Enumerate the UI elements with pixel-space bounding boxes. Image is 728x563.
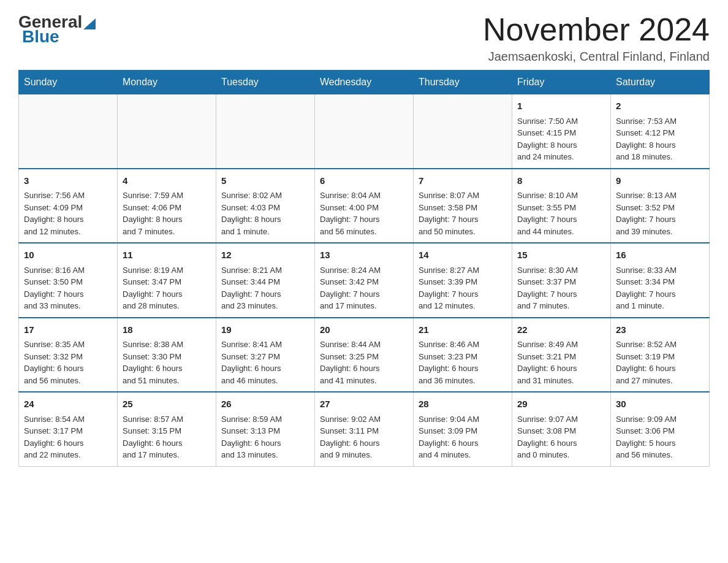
day-number: 26	[221, 397, 309, 412]
calendar-cell: 16Sunrise: 8:33 AM Sunset: 3:34 PM Dayli…	[611, 243, 710, 318]
calendar-cell: 8Sunrise: 8:10 AM Sunset: 3:55 PM Daylig…	[512, 169, 611, 243]
calendar-cell: 21Sunrise: 8:46 AM Sunset: 3:23 PM Dayli…	[414, 318, 512, 393]
day-number: 1	[517, 99, 605, 113]
day-info: Sunrise: 8:24 AM Sunset: 3:42 PM Dayligh…	[320, 264, 408, 312]
day-info: Sunrise: 8:54 AM Sunset: 3:17 PM Dayligh…	[24, 413, 112, 461]
day-number: 4	[123, 174, 211, 188]
calendar-cell: 5Sunrise: 8:02 AM Sunset: 4:03 PM Daylig…	[216, 169, 315, 243]
calendar-cell: 20Sunrise: 8:44 AM Sunset: 3:25 PM Dayli…	[315, 318, 414, 393]
calendar-cell	[118, 94, 216, 169]
day-info: Sunrise: 7:59 AM Sunset: 4:06 PM Dayligh…	[123, 190, 211, 237]
day-number: 17	[24, 323, 112, 337]
calendar-body: 1Sunrise: 7:50 AM Sunset: 4:15 PM Daylig…	[19, 94, 710, 467]
day-info: Sunrise: 8:13 AM Sunset: 3:52 PM Dayligh…	[616, 190, 704, 237]
calendar-header: SundayMondayTuesdayWednesdayThursdayFrid…	[19, 71, 710, 94]
day-of-week-friday: Friday	[512, 71, 611, 94]
day-info: Sunrise: 9:07 AM Sunset: 3:08 PM Dayligh…	[517, 413, 605, 461]
page-header: General Blue November 2024 Jaemsaenkoski…	[18, 12, 710, 64]
day-number: 15	[517, 248, 605, 262]
day-info: Sunrise: 8:21 AM Sunset: 3:44 PM Dayligh…	[221, 264, 309, 312]
calendar-cell: 9Sunrise: 8:13 AM Sunset: 3:52 PM Daylig…	[611, 169, 710, 243]
day-number: 7	[419, 174, 507, 188]
day-number: 23	[616, 323, 704, 337]
day-info: Sunrise: 9:04 AM Sunset: 3:09 PM Dayligh…	[419, 413, 507, 461]
calendar-cell: 1Sunrise: 7:50 AM Sunset: 4:15 PM Daylig…	[512, 94, 611, 169]
calendar-cell: 13Sunrise: 8:24 AM Sunset: 3:42 PM Dayli…	[315, 243, 414, 318]
day-number: 2	[616, 99, 704, 113]
calendar-cell: 6Sunrise: 8:04 AM Sunset: 4:00 PM Daylig…	[315, 169, 414, 243]
calendar-cell: 24Sunrise: 8:54 AM Sunset: 3:17 PM Dayli…	[19, 392, 118, 466]
calendar-cell: 18Sunrise: 8:38 AM Sunset: 3:30 PM Dayli…	[118, 318, 216, 393]
day-info: Sunrise: 7:56 AM Sunset: 4:09 PM Dayligh…	[24, 190, 112, 237]
day-of-week-saturday: Saturday	[611, 71, 710, 94]
day-info: Sunrise: 8:35 AM Sunset: 3:32 PM Dayligh…	[24, 339, 112, 386]
days-of-week-row: SundayMondayTuesdayWednesdayThursdayFrid…	[19, 71, 710, 94]
day-info: Sunrise: 8:46 AM Sunset: 3:23 PM Dayligh…	[419, 339, 507, 386]
calendar-cell: 29Sunrise: 9:07 AM Sunset: 3:08 PM Dayli…	[512, 392, 611, 466]
day-info: Sunrise: 8:44 AM Sunset: 3:25 PM Dayligh…	[320, 339, 408, 386]
calendar-week-4: 17Sunrise: 8:35 AM Sunset: 3:32 PM Dayli…	[19, 318, 710, 393]
day-of-week-tuesday: Tuesday	[216, 71, 315, 94]
calendar-week-3: 10Sunrise: 8:16 AM Sunset: 3:50 PM Dayli…	[19, 243, 710, 318]
calendar-cell: 10Sunrise: 8:16 AM Sunset: 3:50 PM Dayli…	[19, 243, 118, 318]
day-number: 5	[221, 174, 309, 188]
calendar-cell: 7Sunrise: 8:07 AM Sunset: 3:58 PM Daylig…	[414, 169, 512, 243]
day-info: Sunrise: 9:02 AM Sunset: 3:11 PM Dayligh…	[320, 413, 408, 461]
day-info: Sunrise: 8:38 AM Sunset: 3:30 PM Dayligh…	[123, 339, 211, 386]
day-number: 16	[616, 248, 704, 262]
day-info: Sunrise: 8:19 AM Sunset: 3:47 PM Dayligh…	[123, 264, 211, 312]
title-section: November 2024 Jaemsaenkoski, Central Fin…	[483, 12, 710, 64]
day-info: Sunrise: 8:52 AM Sunset: 3:19 PM Dayligh…	[616, 339, 704, 386]
page-title: November 2024	[483, 12, 710, 47]
calendar-cell: 30Sunrise: 9:09 AM Sunset: 3:06 PM Dayli…	[611, 392, 710, 466]
day-of-week-wednesday: Wednesday	[315, 71, 414, 94]
day-number: 20	[320, 323, 408, 337]
day-info: Sunrise: 8:27 AM Sunset: 3:39 PM Dayligh…	[419, 264, 507, 312]
day-number: 14	[419, 248, 507, 262]
calendar-cell: 19Sunrise: 8:41 AM Sunset: 3:27 PM Dayli…	[216, 318, 315, 393]
day-of-week-thursday: Thursday	[414, 71, 512, 94]
day-of-week-sunday: Sunday	[19, 71, 118, 94]
day-info: Sunrise: 7:53 AM Sunset: 4:12 PM Dayligh…	[616, 115, 704, 163]
day-info: Sunrise: 8:57 AM Sunset: 3:15 PM Dayligh…	[123, 413, 211, 461]
day-number: 24	[24, 397, 112, 412]
calendar-cell: 2Sunrise: 7:53 AM Sunset: 4:12 PM Daylig…	[611, 94, 710, 169]
calendar-week-2: 3Sunrise: 7:56 AM Sunset: 4:09 PM Daylig…	[19, 169, 710, 243]
day-info: Sunrise: 8:10 AM Sunset: 3:55 PM Dayligh…	[517, 190, 605, 237]
calendar-cell: 28Sunrise: 9:04 AM Sunset: 3:09 PM Dayli…	[414, 392, 512, 466]
calendar-week-5: 24Sunrise: 8:54 AM Sunset: 3:17 PM Dayli…	[19, 392, 710, 466]
day-number: 13	[320, 248, 408, 262]
calendar-cell: 4Sunrise: 7:59 AM Sunset: 4:06 PM Daylig…	[118, 169, 216, 243]
day-number: 25	[123, 397, 211, 412]
calendar-cell	[315, 94, 414, 169]
day-info: Sunrise: 8:04 AM Sunset: 4:00 PM Dayligh…	[320, 190, 408, 237]
day-info: Sunrise: 8:49 AM Sunset: 3:21 PM Dayligh…	[517, 339, 605, 386]
day-info: Sunrise: 8:41 AM Sunset: 3:27 PM Dayligh…	[221, 339, 309, 386]
calendar-cell: 3Sunrise: 7:56 AM Sunset: 4:09 PM Daylig…	[19, 169, 118, 243]
day-number: 3	[24, 174, 112, 188]
calendar-cell	[414, 94, 512, 169]
calendar-cell: 26Sunrise: 8:59 AM Sunset: 3:13 PM Dayli…	[216, 392, 315, 466]
day-info: Sunrise: 8:02 AM Sunset: 4:03 PM Dayligh…	[221, 190, 309, 237]
day-number: 29	[517, 397, 605, 412]
day-info: Sunrise: 7:50 AM Sunset: 4:15 PM Dayligh…	[517, 115, 605, 163]
calendar-cell: 11Sunrise: 8:19 AM Sunset: 3:47 PM Dayli…	[118, 243, 216, 318]
calendar-cell: 17Sunrise: 8:35 AM Sunset: 3:32 PM Dayli…	[19, 318, 118, 393]
day-of-week-monday: Monday	[118, 71, 216, 94]
calendar-cell	[19, 94, 118, 169]
calendar-cell: 25Sunrise: 8:57 AM Sunset: 3:15 PM Dayli…	[118, 392, 216, 466]
day-number: 30	[616, 397, 704, 412]
day-number: 8	[517, 174, 605, 188]
day-number: 12	[221, 248, 309, 262]
calendar-cell	[216, 94, 315, 169]
day-number: 27	[320, 397, 408, 412]
day-number: 21	[419, 323, 507, 337]
day-number: 22	[517, 323, 605, 337]
day-number: 9	[616, 174, 704, 188]
day-number: 6	[320, 174, 408, 188]
logo: General Blue	[18, 12, 96, 47]
day-number: 19	[221, 323, 309, 337]
day-number: 28	[419, 397, 507, 412]
page-subtitle: Jaemsaenkoski, Central Finland, Finland	[483, 50, 710, 64]
day-info: Sunrise: 8:07 AM Sunset: 3:58 PM Dayligh…	[419, 190, 507, 237]
